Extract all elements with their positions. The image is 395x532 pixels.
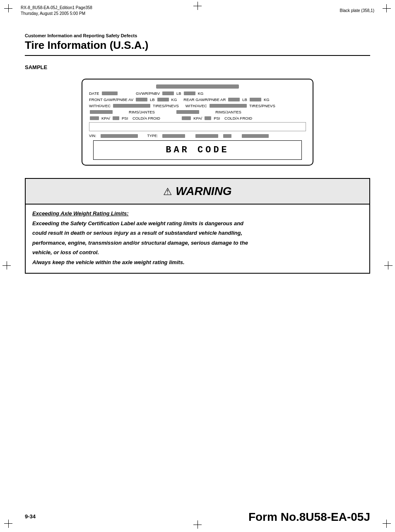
psi-label1: PSI: [122, 116, 128, 120]
psi-val1: [113, 116, 119, 120]
rear-gawr-lb: [228, 98, 240, 101]
reg-mark-tl: [4, 4, 12, 12]
cold-label2: COLD/A FROID: [224, 116, 252, 120]
label-rims-row: RIMS/JANTES RIMS/JANTES: [89, 110, 306, 114]
warning-body-line1: Exceeding the Safety Certification Label…: [32, 219, 363, 228]
extra-val3: [242, 134, 269, 138]
front-gawr-kg: [157, 98, 169, 101]
label-gawr-row: FRONT GAWR/PNBE AV LB KG REAR GAWR/PNBE …: [89, 97, 306, 102]
vin-value: [101, 134, 138, 138]
date-placeholder: [102, 91, 118, 95]
label-with-avec-row1: WITH/AVEC TIRES/PNEVS WITH/AVEC TIRES/PN…: [89, 104, 306, 108]
date-label: DATE: [89, 91, 99, 96]
warning-title: WARNING: [176, 185, 231, 197]
type-value: [162, 134, 185, 138]
label-date-gvwr-row: DATE GVWR/PNBV LB KG: [89, 91, 306, 96]
rims-jantes-label1: RIMS/JANTES: [129, 110, 155, 114]
kg-label3: KG: [264, 97, 270, 102]
label-top-bar: [89, 84, 306, 89]
vin-label: VIN:: [89, 134, 96, 138]
rear-gawr-kg: [250, 98, 261, 101]
section-subtitle: Customer Information and Reporting Safet…: [25, 33, 370, 38]
front-gawr-label: FRONT GAWR/PNBE AV: [89, 97, 133, 102]
avec-val2: [210, 104, 247, 108]
page-number: 9-34: [25, 513, 36, 520]
psi-label2: PSI: [214, 116, 220, 120]
warning-body-line4: vehicle, or loss of control.: [32, 248, 363, 257]
rims-val1: [90, 110, 113, 114]
cross-mark-right: [383, 261, 393, 271]
cross-mark-bottom: [193, 520, 202, 530]
warning-heading: Exceeding Axle Weight Rating Limits:: [32, 209, 363, 218]
bar-code-box: BAR CODE: [93, 140, 302, 160]
with-avec-label2: WITH/AVEC: [185, 104, 207, 108]
tires-pnevs-label1: TIRES/PNEVS: [153, 104, 179, 108]
form-number: Form No.8U58-EA-05J: [248, 510, 370, 524]
header-right: Black plate (358,1): [340, 8, 374, 13]
extra-val2: [223, 134, 231, 138]
tire-label-card: DATE GVWR/PNBV LB KG FRONT GAWR/PNBE AV …: [82, 79, 313, 166]
avec-val1: [113, 104, 150, 108]
lb-label2: LB: [150, 97, 155, 102]
cross-mark-left: [2, 261, 12, 271]
cross-mark-top: [193, 2, 202, 12]
lb-label3: LB: [242, 97, 247, 102]
psi-val2: [205, 116, 211, 120]
gvwr-label: GVWR/PNBV: [136, 91, 160, 96]
header-line2: Thursday, August 25 2005 5:00 PM: [21, 11, 92, 17]
warning-triangle-icon: ⚠: [163, 186, 172, 197]
reg-mark-tr: [383, 4, 391, 12]
gvwr-val2: [184, 91, 195, 95]
front-gawr-lb: [136, 98, 147, 101]
warning-body-line2: could result in death or serious injury …: [32, 229, 363, 237]
with-avec-label1: WITH/AVEC: [89, 104, 111, 108]
warning-header: ⚠WARNING: [26, 179, 369, 205]
gvwr-val1: [162, 91, 174, 95]
reg-mark-br: [383, 520, 391, 528]
lb-label: LB: [176, 91, 181, 96]
tires-pnevs-label2: TIRES/PNEVS: [249, 104, 275, 108]
rear-gawr-label: REAR GAWR/PNBE AR: [183, 97, 226, 102]
kpa-label2: KPA/: [193, 116, 202, 120]
section-title: Tire Information (U.S.A.): [25, 39, 370, 52]
kpa-val2: [182, 116, 191, 120]
rims-jantes-label2: RIMS/JANTES: [215, 110, 241, 114]
title-divider: [25, 55, 370, 56]
vehicle-name-placeholder: [156, 84, 239, 89]
label-vin-row: VIN: TYPE:: [89, 134, 306, 138]
warning-body-line5: Always keep the vehicle within the axle …: [32, 258, 363, 267]
main-content: Customer Information and Reporting Safet…: [25, 33, 370, 274]
cold-label1: COLD/A FROID: [132, 116, 160, 120]
type-label: TYPE:: [147, 134, 158, 138]
bar-code-text: BAR CODE: [166, 145, 229, 155]
header-line1: RX-8_8U58-EA-05J_Edition1 Page358: [21, 5, 92, 11]
warning-body-line3: performance, engine, transmission and/or…: [32, 239, 363, 247]
warning-box: ⚠WARNING Exceeding Axle Weight Rating Li…: [25, 178, 370, 274]
label-note-box: [89, 122, 306, 131]
page-header: RX-8_8U58-EA-05J_Edition1 Page358 Thursd…: [21, 5, 92, 17]
reg-mark-bl: [4, 520, 12, 528]
extra-val1: [195, 134, 218, 138]
sample-label: SAMPLE: [25, 64, 370, 70]
rims-val2: [176, 110, 199, 114]
label-kpa-row: KPA/ PSI COLD/A FROID KPA/ PSI COLD/A FR…: [89, 116, 306, 120]
kg-label2: KG: [171, 97, 177, 102]
kpa-label1: KPA/: [101, 116, 110, 120]
warning-body: Exceeding Axle Weight Rating Limits: Exc…: [26, 205, 369, 273]
kg-label1: KG: [198, 91, 204, 96]
kpa-val1: [90, 116, 99, 120]
